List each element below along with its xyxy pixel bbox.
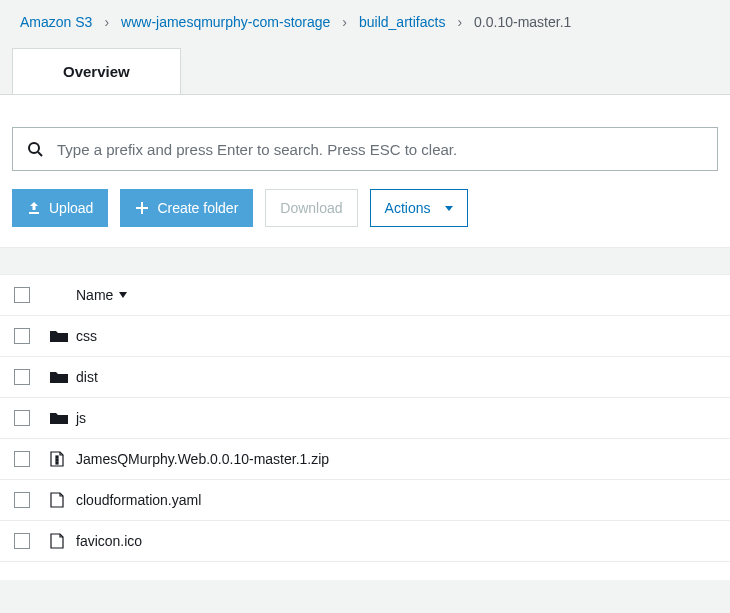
object-name-link[interactable]: dist	[76, 369, 98, 385]
chevron-right-icon: ›	[457, 14, 462, 30]
table-row: js	[0, 398, 730, 439]
svg-rect-6	[56, 459, 58, 461]
footer-strip	[0, 580, 730, 610]
file-icon	[50, 492, 76, 508]
svg-rect-5	[56, 456, 58, 458]
main-panel: Upload Create folder Download Actions Na…	[0, 94, 730, 610]
chevron-right-icon: ›	[104, 14, 109, 30]
column-header-name[interactable]: Name	[76, 287, 127, 303]
row-checkbox[interactable]	[14, 410, 30, 426]
row-checkbox[interactable]	[14, 328, 30, 344]
upload-label: Upload	[49, 200, 93, 216]
object-name-link[interactable]: cloudformation.yaml	[76, 492, 201, 508]
search-icon	[27, 141, 43, 157]
table-header: Name	[0, 275, 730, 316]
table-row: cloudformation.yaml	[0, 480, 730, 521]
search-bar	[12, 127, 718, 171]
actions-dropdown[interactable]: Actions	[370, 189, 468, 227]
folder-icon	[50, 411, 76, 425]
row-checkbox[interactable]	[14, 492, 30, 508]
tab-overview[interactable]: Overview	[12, 48, 181, 94]
row-checkbox[interactable]	[14, 369, 30, 385]
create-folder-label: Create folder	[157, 200, 238, 216]
breadcrumb: Amazon S3 › www-jamesqmurphy-com-storage…	[0, 0, 730, 48]
select-all-checkbox[interactable]	[14, 287, 30, 303]
download-label: Download	[280, 200, 342, 216]
object-name-link[interactable]: js	[76, 410, 86, 426]
sort-desc-icon	[119, 292, 127, 298]
svg-rect-4	[136, 207, 148, 209]
svg-point-0	[29, 143, 39, 153]
upload-icon	[27, 201, 41, 215]
zip-file-icon	[50, 451, 76, 467]
row-checkbox[interactable]	[14, 451, 30, 467]
toolbar-divider	[0, 247, 730, 275]
table-row: dist	[0, 357, 730, 398]
actions-label: Actions	[385, 200, 431, 216]
file-icon	[50, 533, 76, 549]
tabs: Overview	[0, 48, 730, 94]
breadcrumb-link-s3[interactable]: Amazon S3	[20, 14, 92, 30]
chevron-down-icon	[445, 206, 453, 211]
plus-icon	[135, 201, 149, 215]
svg-rect-2	[29, 212, 39, 214]
search-input[interactable]	[57, 141, 703, 158]
breadcrumb-current: 0.0.10-master.1	[474, 14, 571, 30]
folder-icon	[50, 370, 76, 384]
table-row: favicon.ico	[0, 521, 730, 562]
object-name-link[interactable]: favicon.ico	[76, 533, 142, 549]
column-header-name-label: Name	[76, 287, 113, 303]
table-row: JamesQMurphy.Web.0.0.10-master.1.zip	[0, 439, 730, 480]
svg-rect-7	[56, 462, 58, 464]
object-name-link[interactable]: JamesQMurphy.Web.0.0.10-master.1.zip	[76, 451, 329, 467]
object-list: Name cssdistjsJamesQMurphy.Web.0.0.10-ma…	[0, 275, 730, 562]
breadcrumb-link-bucket[interactable]: www-jamesqmurphy-com-storage	[121, 14, 330, 30]
upload-button[interactable]: Upload	[12, 189, 108, 227]
svg-line-1	[38, 152, 42, 156]
object-name-link[interactable]: css	[76, 328, 97, 344]
row-checkbox[interactable]	[14, 533, 30, 549]
toolbar: Upload Create folder Download Actions	[0, 171, 730, 247]
create-folder-button[interactable]: Create folder	[120, 189, 253, 227]
folder-icon	[50, 329, 76, 343]
table-row: css	[0, 316, 730, 357]
chevron-right-icon: ›	[342, 14, 347, 30]
download-button: Download	[265, 189, 357, 227]
breadcrumb-link-folder[interactable]: build_artifacts	[359, 14, 445, 30]
